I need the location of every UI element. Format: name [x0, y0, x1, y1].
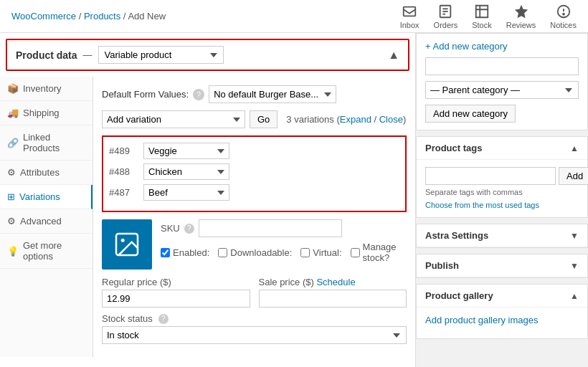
variation-detail: SKU ? Enabled: Downloadable: — [102, 219, 407, 270]
tab-linked-products[interactable]: 🔗 Linked Products — [0, 125, 93, 161]
sale-price-label: Sale price ($) Schedule — [259, 277, 407, 287]
downloadable-checkbox[interactable] — [218, 248, 227, 257]
astra-settings-header[interactable]: Astra Settings ▼ — [417, 224, 587, 247]
tab-linked-products-label: Linked Products — [23, 132, 85, 153]
virtual-checkbox-item: Virtual: — [300, 247, 341, 258]
regular-price-label: Regular price ($) — [102, 277, 250, 287]
svg-point-7 — [563, 13, 564, 14]
tab-variations-label: Variations — [19, 191, 60, 202]
inventory-icon: 📦 — [7, 83, 19, 94]
get-more-icon: 💡 — [7, 246, 19, 257]
inbox-nav[interactable]: Inbox — [400, 4, 419, 29]
gallery-toggle-icon: ▲ — [570, 291, 579, 301]
sku-label: SKU — [161, 223, 180, 234]
tabs-area: 📦 Inventory 🚚 Shipping 🔗 Linked Products… — [0, 77, 415, 357]
sku-input[interactable] — [199, 219, 342, 237]
add-gallery-images-link[interactable]: Add product gallery images — [425, 315, 579, 325]
tab-shipping-label: Shipping — [23, 108, 60, 118]
product-data-dash: — — [83, 49, 93, 60]
reviews-nav[interactable]: Reviews — [506, 4, 536, 29]
tags-input[interactable] — [425, 167, 556, 185]
checkboxes-row: Enabled: Downloadable: Virtual: — [161, 242, 407, 263]
regular-price-input[interactable] — [102, 290, 250, 308]
product-type-select[interactable]: Variable product Simple product Grouped … — [98, 46, 224, 64]
attributes-icon: ⚙ — [7, 167, 16, 178]
categories-section: + Add new category — Parent category — A… — [416, 33, 588, 130]
publish-header[interactable]: Publish ▼ — [417, 254, 587, 277]
tab-variations[interactable]: ⊞ Variations — [0, 185, 93, 209]
variation-select-487[interactable]: Beef Veggie Chicken — [143, 184, 229, 201]
publish-section: Publish ▼ — [416, 254, 588, 278]
breadcrumb: WooCommerce / Products / Add New — [11, 11, 166, 22]
product-gallery-header[interactable]: Product gallery ▲ — [417, 285, 587, 308]
publish-title: Publish — [425, 260, 459, 271]
stock-status-label: Stock status ? — [102, 313, 407, 324]
default-form-label: Default Form Values: — [102, 89, 189, 100]
publish-toggle-icon: ▼ — [570, 261, 579, 271]
top-icons: Inbox Orders Stock Reviews Notices — [400, 4, 577, 29]
tab-shipping[interactable]: 🚚 Shipping — [0, 101, 93, 125]
sale-price-input[interactable] — [259, 290, 407, 308]
add-category-button[interactable]: Add new category — [425, 105, 516, 123]
product-gallery-section: Product gallery ▲ Add product gallery im… — [416, 284, 588, 339]
default-form-select[interactable]: No default Burger Base... — [209, 85, 336, 103]
product-data-label: Product data — [16, 49, 77, 61]
top-bar: WooCommerce / Products / Add New Inbox O… — [0, 0, 588, 33]
variation-select-488[interactable]: Chicken Veggie Beef — [143, 163, 229, 180]
notices-nav[interactable]: Notices — [550, 4, 577, 29]
expand-link[interactable]: Expand — [340, 114, 371, 125]
product-tags-toggle-icon: ▲ — [570, 143, 579, 153]
variation-item-487: #487 Beef Veggie Chicken — [109, 184, 399, 201]
enabled-checkbox[interactable] — [161, 248, 170, 257]
tab-advanced[interactable]: ⚙ Advanced — [0, 209, 93, 234]
tab-advanced-label: Advanced — [20, 216, 62, 227]
manage-stock-checkbox[interactable] — [351, 248, 360, 257]
tab-attributes[interactable]: ⚙ Attributes — [0, 161, 93, 185]
product-gallery-content: Add product gallery images — [417, 308, 587, 338]
most-used-tags-link[interactable]: Choose from the most used tags — [425, 201, 539, 209]
product-tags-header[interactable]: Product tags ▲ — [417, 137, 587, 160]
astra-settings-title: Astra Settings — [425, 230, 488, 241]
enabled-checkbox-item: Enabled: — [161, 247, 209, 258]
default-form-values-row: Default Form Values: ? No default Burger… — [102, 85, 407, 103]
breadcrumb-woocommerce[interactable]: WooCommerce — [11, 11, 76, 22]
virtual-checkbox[interactable] — [300, 248, 310, 257]
add-new-category-link[interactable]: + Add new category — [425, 41, 579, 52]
stock-nav[interactable]: Stock — [472, 4, 492, 29]
sku-help-icon[interactable]: ? — [184, 224, 194, 234]
stock-status-row: Stock status ? In stock Out of stock On … — [102, 313, 407, 344]
variation-id-489: #489 — [109, 146, 138, 156]
variation-select-489[interactable]: Veggie Chicken Beef — [143, 143, 229, 159]
stock-label: Stock — [472, 21, 492, 29]
virtual-label: Virtual: — [313, 247, 341, 258]
parent-category-select[interactable]: — Parent category — — [425, 81, 579, 99]
add-variation-select[interactable]: Add variation — [102, 110, 245, 128]
downloadable-label: Downloadable: — [230, 247, 292, 258]
variations-box: #489 Veggie Chicken Beef #488 Chicken Ve… — [102, 135, 407, 212]
go-button[interactable]: Go — [250, 110, 278, 128]
schedule-link[interactable]: Schedule — [316, 277, 355, 287]
close-link[interactable]: Close — [379, 114, 403, 125]
tab-inventory[interactable]: 📦 Inventory — [0, 77, 93, 101]
default-form-help-icon[interactable]: ? — [193, 89, 204, 100]
add-tag-button[interactable]: Add — [559, 167, 588, 185]
advanced-icon: ⚙ — [7, 216, 16, 227]
astra-toggle-icon: ▼ — [570, 231, 579, 241]
price-row: Regular price ($) Sale price ($) Schedul… — [102, 277, 407, 308]
stock-help-icon[interactable]: ? — [158, 314, 169, 324]
add-variation-row: Add variation Go 3 variations (Expand / … — [102, 110, 407, 128]
category-name-input[interactable] — [425, 57, 579, 75]
tab-get-more[interactable]: 💡 Get more options — [0, 234, 93, 269]
variations-count: 3 variations (Expand / Close) — [286, 114, 406, 125]
categories-content: + Add new category — Parent category — A… — [417, 34, 587, 130]
expand-collapse-icon[interactable]: ▲ — [388, 49, 399, 62]
breadcrumb-products[interactable]: Products — [84, 11, 120, 22]
enabled-label: Enabled: — [173, 247, 209, 258]
tags-hint: Separate tags with commas — [425, 188, 579, 196]
downloadable-checkbox-item: Downloadable: — [218, 247, 292, 258]
stock-status-select[interactable]: In stock Out of stock On backorder — [102, 326, 407, 344]
product-tags-content: Add Separate tags with commas Choose fro… — [417, 160, 587, 217]
variation-image[interactable] — [102, 219, 152, 270]
product-tags-section: Product tags ▲ Add Separate tags with co… — [416, 136, 588, 218]
orders-nav[interactable]: Orders — [434, 4, 458, 29]
